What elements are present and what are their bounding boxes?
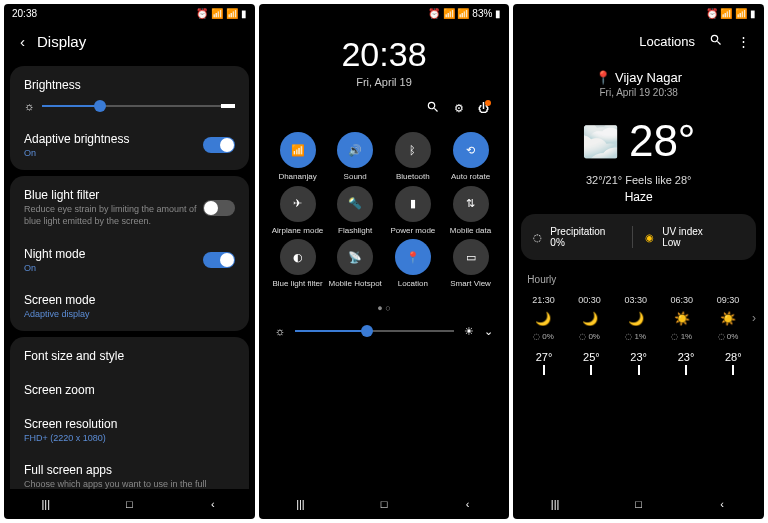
adaptive-brightness-row[interactable]: Adaptive brightness On <box>10 122 249 168</box>
settings-header: ‹ Display <box>4 23 255 60</box>
hour-temp: 23° <box>663 351 708 363</box>
back-button[interactable]: ‹ <box>713 497 731 511</box>
sun-bright-icon: ☀ <box>464 325 474 338</box>
back-button[interactable]: ‹ <box>204 497 222 511</box>
blf-icon[interactable]: ◐ <box>280 239 316 275</box>
tile-label: Sound <box>344 172 367 182</box>
home-button[interactable]: □ <box>630 497 648 511</box>
qp-tile-plane[interactable]: ✈Airplane mode <box>269 186 327 236</box>
weather-header: Locations ⋮ <box>513 23 764 60</box>
power-icon[interactable]: ▮ <box>395 186 431 222</box>
power-icon[interactable]: ⏻ <box>478 102 489 114</box>
qp-tile-data[interactable]: ⇅Mobile data <box>442 186 500 236</box>
bluelight-toggle[interactable] <box>203 200 235 216</box>
qp-tile-blf[interactable]: ◐Blue light filter <box>269 239 327 289</box>
qp-tile-bt[interactable]: ᛒBluetooth <box>384 132 442 182</box>
settings-icon[interactable]: ⚙ <box>454 102 464 115</box>
settings-body[interactable]: Brightness ☼ Adaptive brightness On Blue… <box>4 60 255 489</box>
screen-mode-row[interactable]: Screen mode Adaptive display <box>10 283 249 329</box>
location-name: 📍 Vijay Nagar <box>513 70 764 85</box>
qp-tile-rotate[interactable]: ⟲Auto rotate <box>442 132 500 182</box>
hilo-feels: 32°/21° Feels like 28° <box>513 174 764 186</box>
loc-icon[interactable]: 📍 <box>395 239 431 275</box>
qp-clock: 20:38 <box>259 35 510 74</box>
status-bar: ⏰ 📶 📶 ▮ <box>513 4 764 23</box>
hour-col: 06:30☀️◌ 1% <box>660 295 704 341</box>
hourly-label: Hourly <box>513 270 764 289</box>
search-icon[interactable] <box>709 33 723 50</box>
tile-label: Mobile data <box>450 226 491 236</box>
tile-label: Blue light filter <box>272 279 322 289</box>
tile-label: Power mode <box>390 226 435 236</box>
qp-tile-power[interactable]: ▮Power mode <box>384 186 442 236</box>
sun-dim-icon: ☼ <box>275 325 285 337</box>
hour-temp: 25° <box>569 351 614 363</box>
recents-button[interactable]: ||| <box>546 497 564 511</box>
recents-button[interactable]: ||| <box>37 497 55 511</box>
current-temp: 28° <box>629 116 696 166</box>
status-bar: 20:38 ⏰ 📶 📶 ▮ <box>4 4 255 23</box>
qp-actions: ⚙ ⏻ <box>259 92 510 124</box>
back-button[interactable]: ‹ <box>459 497 477 511</box>
hour-temp: 28° <box>711 351 756 363</box>
qp-date: Fri, April 19 <box>259 76 510 88</box>
sound-icon[interactable]: 🔊 <box>337 132 373 168</box>
qp-tile-hotspot[interactable]: 📡Mobile Hotspot <box>326 239 384 289</box>
font-row[interactable]: Font size and style <box>10 339 249 373</box>
tile-label: Location <box>398 279 428 289</box>
hour-col: 00:30🌙◌ 0% <box>567 295 611 341</box>
sun-icon: ☼ <box>24 100 34 112</box>
cast-icon[interactable]: ▭ <box>453 239 489 275</box>
qp-tile-sound[interactable]: 🔊Sound <box>326 132 384 182</box>
hourly-row[interactable]: 21:30🌙◌ 0%00:30🌙◌ 0%03:30🌙◌ 1%06:30☀️◌ 1… <box>513 289 764 347</box>
status-icons: ⏰ 📶 📶 ▮ <box>196 8 246 19</box>
home-button[interactable]: □ <box>375 497 393 511</box>
hour-temp: 23° <box>616 351 661 363</box>
qp-grid: 📶Dhananjay🔊SoundᛒBluetooth⟲Auto rotate✈A… <box>259 124 510 297</box>
search-icon[interactable] <box>426 100 440 116</box>
chevron-right-icon[interactable]: › <box>752 311 756 325</box>
blue-light-row[interactable]: Blue light filter Reduce eye strain by l… <box>10 178 249 237</box>
tile-label: Auto rotate <box>451 172 490 182</box>
nav-bar: ||| □ ‹ <box>259 489 510 519</box>
bt-icon[interactable]: ᛒ <box>395 132 431 168</box>
fullscreen-row[interactable]: Full screen apps Choose which apps you w… <box>10 453 249 489</box>
qp-tile-cast[interactable]: ▭Smart View <box>442 239 500 289</box>
chevron-down-icon[interactable]: ⌄ <box>484 325 493 338</box>
location-date: Fri, April 19 20:38 <box>513 87 764 98</box>
uv-icon: ◉ <box>645 232 654 243</box>
page-indicator[interactable]: ● ○ <box>259 297 510 319</box>
phone-quick-panel: ⏰ 📶 📶 83% ▮ 20:38 Fri, April 19 ⚙ ⏻ 📶Dha… <box>259 4 510 519</box>
weather-card: ◌ Precipitation0% ◉ UV indexLow <box>521 214 756 260</box>
data-icon[interactable]: ⇅ <box>453 186 489 222</box>
brightness-slider[interactable]: ☼ <box>24 100 235 112</box>
status-time: 20:38 <box>12 8 37 19</box>
rotate-icon[interactable]: ⟲ <box>453 132 489 168</box>
phone-weather: ⏰ 📶 📶 ▮ Locations ⋮ 📍 Vijay Nagar Fri, A… <box>513 4 764 519</box>
more-icon[interactable]: ⋮ <box>737 34 750 49</box>
recents-button[interactable]: ||| <box>291 497 309 511</box>
phone-display-settings: 20:38 ⏰ 📶 📶 ▮ ‹ Display Brightness ☼ Ada… <box>4 4 255 519</box>
qp-tile-loc[interactable]: 📍Location <box>384 239 442 289</box>
brightness-slider[interactable]: ☼ ☀ ⌄ <box>259 319 510 344</box>
resolution-row[interactable]: Screen resolution FHD+ (2220 x 1080) <box>10 407 249 453</box>
plane-icon[interactable]: ✈ <box>280 186 316 222</box>
locations-button[interactable]: Locations <box>639 34 695 49</box>
back-icon[interactable]: ‹ <box>20 33 25 50</box>
qp-tile-wifi[interactable]: 📶Dhananjay <box>269 132 327 182</box>
flash-icon[interactable]: 🔦 <box>337 186 373 222</box>
tile-label: Airplane mode <box>272 226 324 236</box>
temp-row: 🌫️ 28° <box>513 108 764 174</box>
wifi-icon[interactable]: 📶 <box>280 132 316 168</box>
home-button[interactable]: □ <box>120 497 138 511</box>
nav-bar: ||| □ ‹ <box>4 489 255 519</box>
hourly-bars <box>513 363 764 377</box>
night-mode-row[interactable]: Night mode On <box>10 237 249 283</box>
droplet-icon: ◌ <box>533 232 542 243</box>
night-toggle[interactable] <box>203 252 235 268</box>
precip-block: ◌ Precipitation0% <box>533 226 632 248</box>
adaptive-toggle[interactable] <box>203 137 235 153</box>
hotspot-icon[interactable]: 📡 <box>337 239 373 275</box>
zoom-row[interactable]: Screen zoom <box>10 373 249 407</box>
qp-tile-flash[interactable]: 🔦Flashlight <box>326 186 384 236</box>
